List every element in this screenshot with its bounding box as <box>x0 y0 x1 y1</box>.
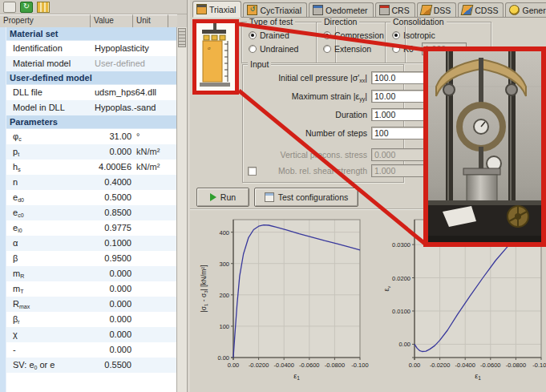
value-cell[interactable]: 0.000 <box>55 327 131 342</box>
radio-extension[interactable]: Extension <box>323 44 371 54</box>
value-cell[interactable]: 0.9775 <box>55 220 131 236</box>
radio-button-icon[interactable] <box>392 45 400 53</box>
run-button[interactable]: Run <box>196 188 249 207</box>
table-row[interactable]: ed00.5000 <box>6 190 177 205</box>
svg-text:-0.100: -0.100 <box>351 362 368 369</box>
radio-label: Undrained <box>260 44 298 54</box>
tab-cyctriaxial[interactable]: ↺CycTriaxial <box>243 2 307 17</box>
triaxial-apparatus-photo <box>423 46 546 247</box>
table-row[interactable]: β0.9500 <box>6 251 177 266</box>
table-row[interactable]: φc31.00° <box>6 129 177 144</box>
value-cell[interactable]: 0.000 <box>55 281 131 297</box>
column-header-unit[interactable]: Unit <box>133 14 168 27</box>
property-table-body: Material setIdentificationHypoplasticity… <box>0 27 177 392</box>
tab-dss[interactable]: DSS <box>417 2 457 17</box>
table-row[interactable]: pt0.000kN/m² <box>6 144 177 160</box>
radio-button-icon[interactable] <box>249 31 257 39</box>
svg-text:200: 200 <box>219 292 229 299</box>
value-cell[interactable]: 4.000E6 <box>55 160 131 175</box>
radio-isotropic[interactable]: Isotropic <box>392 30 435 40</box>
tab-oedometer[interactable]: Oedometer <box>309 2 374 17</box>
test-configurations-button[interactable]: Test configurations <box>254 188 358 207</box>
table-row[interactable]: ec00.8500 <box>6 205 177 220</box>
run-button-label: Run <box>220 192 236 202</box>
value-cell[interactable]: 0.5000 <box>55 190 131 205</box>
property-cell: mR <box>13 266 24 281</box>
value-cell[interactable]: 0.000 <box>55 297 131 312</box>
table-row[interactable]: Rmax0.000 <box>6 297 177 312</box>
value-cell[interactable]: 0.9500 <box>55 251 131 266</box>
table-row[interactable]: χ0.000 <box>6 327 177 342</box>
value-cell[interactable]: Hypoplasticity <box>95 41 149 56</box>
export-icon[interactable]: ↻ <box>20 2 33 13</box>
test-configurations-label: Test configurations <box>278 192 349 202</box>
tab-crs[interactable]: CRS <box>375 2 415 17</box>
tab-general[interactable]: General <box>505 2 546 17</box>
table-row[interactable]: hs4.000E6kN/m² <box>6 160 177 175</box>
svg-text:0.00: 0.00 <box>228 362 240 369</box>
table-row[interactable]: mR0.000 <box>6 266 177 281</box>
value-cell[interactable]: Hypoplas.-sand <box>95 100 156 115</box>
property-cell: α <box>13 236 18 251</box>
table-row[interactable]: βr0.000 <box>6 312 177 327</box>
value-cell[interactable]: 0.000 <box>55 312 131 327</box>
value-cell[interactable]: 0.8500 <box>55 205 131 220</box>
table-row[interactable]: Material modelUser-defined <box>6 56 177 71</box>
svg-text:εv: εv <box>382 285 391 292</box>
unit-cell: kN/m² <box>136 144 160 160</box>
value-cell[interactable]: 31.00 <box>55 129 131 144</box>
radio-button-icon[interactable] <box>249 45 257 53</box>
column-header-property[interactable]: Property <box>0 14 91 27</box>
table-row[interactable]: Model in DLLHypoplas.-sand <box>6 100 177 115</box>
property-cell: - <box>13 342 16 358</box>
columns-icon[interactable] <box>37 2 50 13</box>
svg-text:0.00: 0.00 <box>398 341 411 348</box>
table-row[interactable]: -0.000 <box>6 342 177 358</box>
radio-button-icon[interactable] <box>323 45 331 53</box>
value-cell[interactable]: 0.4000 <box>55 175 131 190</box>
input-row: Mob. rel. shear strength1.000 <box>243 164 403 177</box>
table-row[interactable]: mT0.000 <box>6 281 177 297</box>
table-row[interactable]: α0.1000 <box>6 236 177 251</box>
radio-compression[interactable]: Compression <box>323 30 384 40</box>
copy-icon[interactable] <box>3 2 16 13</box>
unit-cell: kN/m² <box>136 160 160 175</box>
radio-drained[interactable]: Drained <box>249 30 289 40</box>
radio-label: Compression <box>334 30 384 40</box>
dss-tab-icon <box>419 5 432 15</box>
tab-label: Oedometer <box>326 6 368 15</box>
svg-text:-0.0400: -0.0400 <box>455 362 475 369</box>
table-row[interactable]: n0.4000 <box>6 175 177 190</box>
value-cell[interactable]: 0.000 <box>55 266 131 281</box>
table-row[interactable]: DLL fileudsm_hps64.dll <box>6 85 177 100</box>
value-cell[interactable]: 0.1000 <box>55 236 131 251</box>
value-cell[interactable]: User-defined <box>95 56 145 71</box>
test-configurations-icon <box>265 192 274 202</box>
value-cell[interactable]: udsm_hps64.dll <box>95 85 156 100</box>
svg-text:|σ1 - σ3| [kN/m²]: |σ1 - σ3| [kN/m²] <box>200 265 208 312</box>
table-row[interactable]: ei00.9775 <box>6 220 177 236</box>
property-cell: ei0 <box>13 220 22 236</box>
tab-cdss[interactable]: CDSS <box>458 2 504 17</box>
tab-triaxial[interactable]: Triaxial <box>192 1 241 18</box>
value-cell[interactable]: 0.5500 <box>55 358 131 373</box>
input-label: Mob. rel. shear strength <box>243 164 367 177</box>
properties-scrollbar[interactable] <box>176 27 187 392</box>
soiltest-window: ↻ Property Value Unit Material setIdenti… <box>0 0 546 392</box>
property-cell: φc <box>13 129 22 144</box>
input-row: Duration1.000day <box>243 108 403 121</box>
input-label: Number of steps <box>243 127 367 139</box>
radio-undrained[interactable]: Undrained <box>249 44 298 54</box>
scrollbar-thumb[interactable] <box>178 28 186 47</box>
radio-label: Drained <box>260 30 289 40</box>
groupbox-type-of-test-legend: Type of test <box>247 17 295 26</box>
value-cell[interactable]: 0.000 <box>55 144 131 160</box>
value-cell[interactable]: 0.000 <box>55 342 131 358</box>
table-row[interactable]: SV: e0 or e0.5500 <box>6 358 177 373</box>
run-play-icon <box>210 193 216 201</box>
radio-button-icon[interactable] <box>392 31 400 39</box>
column-header-value[interactable]: Value <box>91 14 133 27</box>
radio-label: K0 <box>403 44 414 54</box>
table-row[interactable]: IdentificationHypoplasticity <box>6 41 177 56</box>
radio-button-icon[interactable] <box>323 31 331 39</box>
